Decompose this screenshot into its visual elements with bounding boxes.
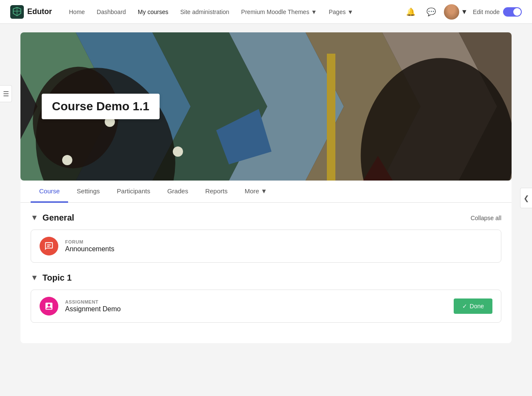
tab-participants[interactable]: Participants xyxy=(109,181,159,203)
avatar-dropdown-arrow: ▼ xyxy=(461,8,468,16)
assignment-type-label: ASSIGNMENT xyxy=(65,299,447,304)
section-general-header: ▼ General Collapse all xyxy=(31,213,501,223)
right-sidebar-toggle[interactable]: ❮ xyxy=(520,188,532,208)
assignment-name[interactable]: Assignment Demo xyxy=(65,305,447,313)
assignment-activity-card: ASSIGNMENT Assignment Demo ✓ Done xyxy=(31,290,501,323)
course-content: Course Settings Participants Grades Repo… xyxy=(20,181,512,343)
assignment-activity-info: ASSIGNMENT Assignment Demo xyxy=(65,299,447,313)
edit-mode-label: Edit mode xyxy=(473,9,500,15)
tab-course[interactable]: Course xyxy=(31,181,68,203)
done-label: Done xyxy=(470,303,484,310)
done-checkmark-icon: ✓ xyxy=(462,303,467,310)
notifications-button[interactable]: 🔔 xyxy=(403,4,418,20)
tab-grades[interactable]: Grades xyxy=(159,181,197,203)
user-avatar-container[interactable]: ▼ xyxy=(444,4,468,20)
nav-my-courses[interactable]: My courses xyxy=(133,5,174,19)
hero-course-title: Course Demo 1.1 xyxy=(52,100,149,113)
forum-name[interactable]: Announcements xyxy=(65,245,492,253)
hero-title-box: Course Demo 1.1 xyxy=(42,94,160,119)
tab-settings[interactable]: Settings xyxy=(68,181,108,203)
svg-rect-4 xyxy=(47,244,51,245)
section-general: ▼ General Collapse all FORUM Announcemen… xyxy=(31,213,501,263)
list-icon: ☰ xyxy=(3,90,9,98)
general-section-title: General xyxy=(43,213,74,223)
brand-logo-link[interactable]: Edutor xyxy=(10,5,52,19)
hero-banner: Course Demo 1.1 xyxy=(20,32,512,181)
forum-activity-card: FORUM Announcements xyxy=(31,230,501,263)
avatar xyxy=(444,4,459,20)
general-chevron-icon[interactable]: ▼ xyxy=(31,213,38,222)
bell-icon: 🔔 xyxy=(406,7,415,17)
forum-icon xyxy=(44,241,54,251)
tab-more[interactable]: More ▼ xyxy=(236,181,276,203)
assignment-icon-container xyxy=(40,297,58,316)
brand-logo-icon xyxy=(10,5,24,19)
chat-icon: 💬 xyxy=(426,7,436,17)
svg-rect-5 xyxy=(47,246,49,247)
main-area: ▼ General Collapse all FORUM Announcemen… xyxy=(20,203,512,343)
dropdown-arrow-themes: ▼ xyxy=(311,9,317,15)
chevron-left-icon: ❮ xyxy=(523,194,529,202)
section-topic1: ▼ Topic 1 ASSIGNMENT Assignment Demo ✓ D… xyxy=(31,273,501,323)
done-button[interactable]: ✓ Done xyxy=(454,298,492,314)
tab-reports[interactable]: Reports xyxy=(197,181,236,203)
nav-pages[interactable]: Pages ▼ xyxy=(324,5,359,19)
nav-links: Home Dashboard My courses Site administr… xyxy=(64,5,391,19)
avatar-image xyxy=(444,4,459,20)
section-topic1-header: ▼ Topic 1 xyxy=(31,273,501,283)
assignment-icon xyxy=(44,301,54,311)
course-tabs: Course Settings Participants Grades Repo… xyxy=(20,181,512,203)
topic1-section-title: Topic 1 xyxy=(43,273,72,283)
nav-dashboard[interactable]: Dashboard xyxy=(92,5,131,19)
messages-button[interactable]: 💬 xyxy=(423,4,439,20)
dropdown-arrow-pages: ▼ xyxy=(347,9,353,15)
topic1-title-row: ▼ Topic 1 xyxy=(31,273,72,283)
forum-activity-info: FORUM Announcements xyxy=(65,239,492,253)
toggle-knob xyxy=(513,8,521,16)
nav-premium-themes[interactable]: Premium Moodle Themes ▼ xyxy=(236,5,322,19)
more-dropdown-arrow: ▼ xyxy=(261,187,267,195)
forum-type-label: FORUM xyxy=(65,239,492,244)
brand-name: Edutor xyxy=(27,7,52,16)
nav-home[interactable]: Home xyxy=(64,5,90,19)
section-title-row: ▼ General xyxy=(31,213,74,223)
collapse-all-button[interactable]: Collapse all xyxy=(471,215,501,221)
list-toggle[interactable]: ☰ xyxy=(0,85,12,102)
edit-mode-toggle[interactable] xyxy=(503,7,522,17)
forum-icon-container xyxy=(40,237,58,255)
nav-site-administration[interactable]: Site administration xyxy=(175,5,234,19)
edit-mode-container: Edit mode xyxy=(473,7,522,17)
nav-right: 🔔 💬 ▼ Edit mode xyxy=(403,4,522,20)
topic1-chevron-icon[interactable]: ▼ xyxy=(31,273,38,282)
navbar: Edutor Home Dashboard My courses Site ad… xyxy=(0,0,532,24)
